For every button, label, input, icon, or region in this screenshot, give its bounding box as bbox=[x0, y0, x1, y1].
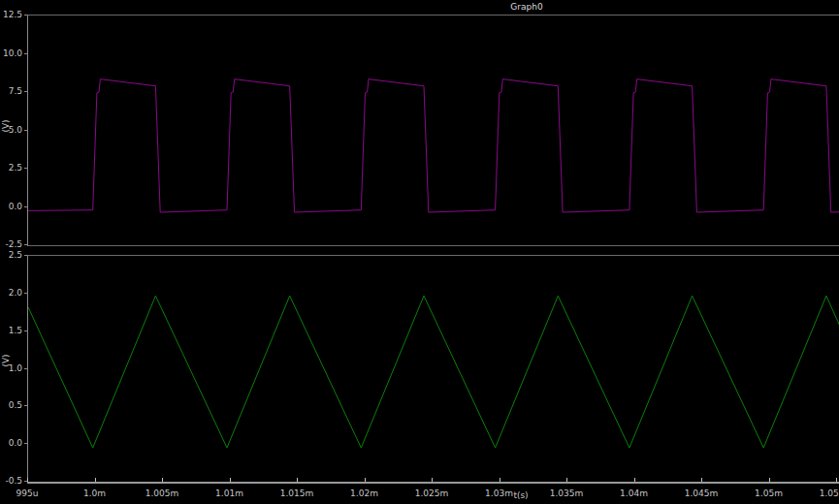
x-tick-mark bbox=[297, 478, 298, 482]
y-tick-label: 2.5 bbox=[0, 164, 22, 173]
x-tick-label: 1.015m bbox=[275, 488, 318, 498]
y-tick-mark bbox=[24, 91, 27, 92]
y-tick-label: 2.0 bbox=[0, 289, 22, 298]
x-tick-mark bbox=[95, 478, 96, 482]
y-tick-mark bbox=[24, 244, 27, 245]
y-tick-label: 7.5 bbox=[0, 87, 22, 96]
x-tick-mark bbox=[162, 478, 163, 482]
x-tick-mark bbox=[365, 478, 366, 482]
square-wave-plot-area[interactable] bbox=[27, 15, 839, 246]
x-tick-label: 1.025m bbox=[410, 488, 453, 498]
y-tick-mark bbox=[24, 15, 27, 16]
y-tick-mark bbox=[24, 168, 27, 169]
y-tick-label: 12.5 bbox=[0, 11, 22, 19]
y-tick-mark bbox=[24, 405, 27, 406]
x-axis-label: t(s) bbox=[513, 490, 528, 500]
x-tick-label: 1.01m bbox=[209, 488, 251, 498]
y-tick-label: 1.5 bbox=[0, 327, 22, 335]
y-tick-label: 2.5 bbox=[0, 251, 22, 260]
triangle-wave-chart bbox=[28, 256, 839, 482]
x-tick-label: 1.005m bbox=[141, 488, 183, 498]
x-tick-mark bbox=[500, 478, 500, 482]
y-tick-label: 5.0 bbox=[0, 126, 22, 135]
y-tick-mark bbox=[24, 293, 27, 294]
x-tick-mark bbox=[566, 478, 567, 482]
x-tick-mark bbox=[769, 478, 770, 482]
y-tick-label: 0.0 bbox=[0, 203, 22, 211]
x-tick-label: 1.04m bbox=[613, 488, 656, 498]
x-tick-label: 1.045m bbox=[680, 488, 723, 498]
y-tick-mark bbox=[24, 368, 27, 369]
y-tick-mark bbox=[24, 255, 27, 256]
y-tick-mark bbox=[24, 331, 27, 331]
x-tick-mark bbox=[701, 478, 702, 482]
graph-title: Graph0 bbox=[510, 2, 542, 12]
y-tick-mark bbox=[24, 53, 27, 54]
x-tick-mark bbox=[432, 478, 433, 482]
square-wave-chart bbox=[28, 16, 839, 245]
x-tick-mark bbox=[634, 478, 635, 482]
y-tick-label: 0.0 bbox=[0, 439, 22, 448]
x-tick-mark bbox=[836, 478, 837, 482]
y-tick-label: -2.5 bbox=[0, 240, 22, 249]
x-tick-label: 1.02m bbox=[343, 488, 386, 498]
y-tick-label: -0.5 bbox=[0, 477, 22, 486]
x-tick-label: 1.05m bbox=[748, 488, 791, 498]
x-tick-mark bbox=[27, 478, 28, 482]
y-tick-label: 10.0 bbox=[0, 49, 22, 58]
x-tick-mark bbox=[230, 478, 231, 482]
y-tick-mark bbox=[24, 443, 27, 444]
y-tick-mark bbox=[24, 130, 27, 131]
y-tick-mark bbox=[24, 206, 27, 207]
waveform-viewer-window: Graph0 (V) (V) 12.510.07.55.02.50.0-2.5 … bbox=[0, 0, 839, 504]
triangle-wave-plot-area[interactable] bbox=[27, 255, 839, 484]
x-tick-label: 1.035m bbox=[545, 488, 588, 498]
y-tick-label: 1.0 bbox=[0, 364, 22, 373]
x-tick-label: 1.055m bbox=[815, 488, 839, 498]
triangle-wave-trace bbox=[28, 296, 839, 448]
x-tick-label: 1.0m bbox=[74, 488, 116, 498]
x-tick-label: 995u bbox=[6, 488, 48, 498]
square-wave-trace bbox=[28, 79, 839, 212]
y-tick-label: 0.5 bbox=[0, 401, 22, 410]
